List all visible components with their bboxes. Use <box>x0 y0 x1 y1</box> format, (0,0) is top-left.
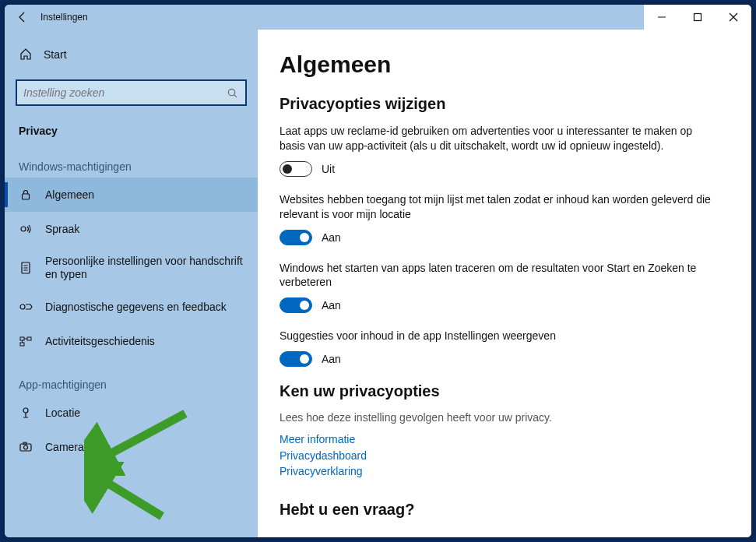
know-privacy-desc: Lees hoe deze instelling gevolgen heeft … <box>280 411 730 424</box>
home-label: Start <box>44 48 67 61</box>
section-know-privacy: Ken uw privacyopties <box>280 382 730 400</box>
lock-icon <box>19 188 33 202</box>
nav-item-label: Persoonlijke instellingen voor handschri… <box>45 255 244 282</box>
link-dashboard[interactable]: Privacydashboard <box>280 448 730 463</box>
toggle-state-label: Aan <box>322 299 341 311</box>
nav-item-label: Locatie <box>45 406 244 419</box>
window-controls <box>644 5 751 30</box>
back-button[interactable] <box>5 5 40 30</box>
option-settings-suggestions: Suggesties voor inhoud in de app Instell… <box>280 329 716 367</box>
nav-item-handschrift[interactable]: Persoonlijke instellingen voor handschri… <box>5 246 258 290</box>
svg-rect-12 <box>27 337 31 340</box>
group-app-permissions: App-machtigingen <box>5 358 258 396</box>
svg-line-21 <box>96 476 162 516</box>
option-language-list: Websites hebben toegang tot mijn lijst m… <box>280 192 716 245</box>
toggle-advertising-id[interactable] <box>280 161 312 177</box>
maximize-button[interactable] <box>680 5 716 30</box>
option-app-launch-tracking: Windows het starten van apps laten trace… <box>280 261 716 314</box>
privacy-links: Meer informatie Privacydashboard Privacy… <box>280 431 730 479</box>
nav-item-diagnostiek[interactable]: Diagnostische gegevens en feedback <box>5 290 258 324</box>
option-text: Windows het starten van apps laten trace… <box>280 261 716 290</box>
clipboard-icon <box>19 261 33 275</box>
minimize-icon <box>657 12 666 22</box>
svg-point-18 <box>24 445 28 449</box>
svg-rect-4 <box>23 194 30 199</box>
svg-point-2 <box>228 89 234 95</box>
option-text: Websites hebben toegang tot mijn lijst m… <box>280 192 716 222</box>
section-privacy-options: Privacyopties wijzigen <box>280 95 730 113</box>
svg-point-10 <box>20 304 25 309</box>
camera-icon <box>19 440 33 454</box>
link-more-info[interactable]: Meer informatie <box>280 431 730 447</box>
link-statement[interactable]: Privacyverklaring <box>280 463 730 479</box>
svg-point-16 <box>23 408 28 413</box>
close-icon <box>729 12 738 22</box>
category-title: Privacy <box>5 118 258 140</box>
nav-item-camera[interactable]: Camera <box>5 430 258 464</box>
option-text: Laat apps uw reclame-id gebruiken om adv… <box>280 124 716 153</box>
svg-rect-11 <box>20 337 24 340</box>
title-bar: Instellingen <box>5 5 751 30</box>
svg-point-5 <box>21 227 26 231</box>
nav-item-algemeen[interactable]: Algemeen <box>5 178 258 212</box>
search-box[interactable] <box>16 79 247 106</box>
location-icon <box>19 406 33 420</box>
toggle-language-list[interactable] <box>280 230 312 245</box>
nav-item-label: Diagnostische gegevens en feedback <box>45 301 244 313</box>
nav-item-locatie[interactable]: Locatie <box>5 396 258 430</box>
svg-rect-17 <box>20 444 31 451</box>
svg-rect-13 <box>20 343 24 346</box>
timeline-icon <box>19 334 33 348</box>
close-button[interactable] <box>716 5 751 30</box>
nav-item-label: Activiteitsgeschiedenis <box>45 335 244 347</box>
home-icon <box>19 48 33 62</box>
back-icon <box>16 11 29 23</box>
minimize-button[interactable] <box>644 5 680 30</box>
speech-icon <box>19 222 33 236</box>
nav-item-activiteit[interactable]: Activiteitsgeschiedenis <box>5 324 258 358</box>
feedback-icon <box>19 300 33 314</box>
svg-rect-19 <box>23 442 26 444</box>
page-title: Algemeen <box>280 51 730 78</box>
option-text: Suggesties voor inhoud in de app Instell… <box>280 329 716 343</box>
maximize-icon <box>693 12 702 22</box>
svg-line-3 <box>234 94 236 97</box>
settings-window: Instellingen Start <box>5 5 751 537</box>
search-icon <box>225 86 239 100</box>
search-input[interactable] <box>23 86 225 99</box>
section-question: Hebt u een vraag? <box>280 501 730 519</box>
main-panel: Algemeen Privacyopties wijzigen Laat app… <box>258 30 751 537</box>
nav-item-label: Camera <box>45 441 244 453</box>
group-windows-permissions: Windows-machtigingen <box>5 140 258 178</box>
option-advertising-id: Laat apps uw reclame-id gebruiken om adv… <box>280 124 716 177</box>
nav-item-spraak[interactable]: Spraak <box>5 212 258 246</box>
svg-rect-1 <box>694 14 701 21</box>
content-area: Start Privacy Windows-machtigingen Algem… <box>5 30 751 537</box>
sidebar: Start Privacy Windows-machtigingen Algem… <box>5 30 258 537</box>
toggle-state-label: Aan <box>322 231 341 244</box>
home-button[interactable]: Start <box>5 37 258 72</box>
toggle-app-launch-tracking[interactable] <box>280 297 312 313</box>
nav-item-label: Spraak <box>45 223 244 235</box>
toggle-settings-suggestions[interactable] <box>280 351 312 367</box>
app-title: Instellingen <box>40 12 88 23</box>
toggle-state-label: Aan <box>322 353 341 365</box>
annotation-arrow-2 <box>84 462 170 524</box>
nav-item-label: Algemeen <box>45 188 244 201</box>
toggle-state-label: Uit <box>322 163 335 175</box>
